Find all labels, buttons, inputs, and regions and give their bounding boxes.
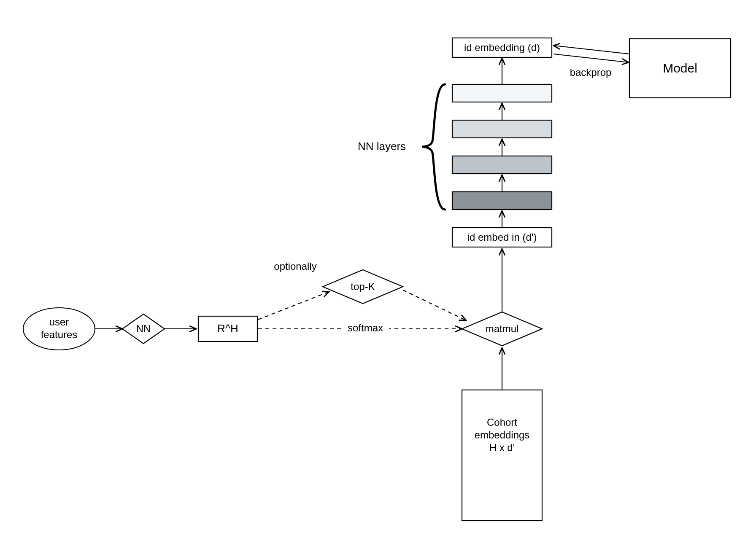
node-id-embed-in: id embed in (d') — [452, 228, 552, 247]
diagram-canvas: userfeatures NN R^H optionally top-K sof… — [0, 0, 756, 543]
edge-embedding-to-model — [554, 54, 629, 62]
rh-label: R^H — [217, 322, 238, 335]
nn-layer-3 — [452, 120, 552, 138]
topk-label: top-K — [351, 281, 375, 292]
edge-model-to-embedding — [554, 46, 629, 54]
backprop-label: backprop — [570, 67, 612, 78]
model-label: Model — [663, 61, 697, 75]
softmax-label: softmax — [348, 322, 383, 333]
edge-rh-topk — [258, 292, 329, 320]
id-embed-in-label: id embed in (d') — [467, 231, 537, 243]
nn-layer-1 — [452, 192, 552, 210]
node-user-features: userfeatures — [23, 308, 95, 350]
node-nn: NN — [122, 314, 165, 344]
node-model: Model — [629, 39, 731, 98]
edge-topk-matmul — [403, 290, 466, 320]
svg-rect-5 — [462, 390, 542, 521]
nn-label: NN — [136, 323, 151, 334]
node-cohort-embeddings: CohortembeddingsH x d' — [462, 390, 542, 521]
id-embedding-d-label: id embedding (d) — [464, 42, 540, 53]
node-id-embedding-d: id embedding (d) — [452, 38, 552, 57]
nn-layers-label: NN layers — [358, 140, 406, 153]
node-matmul: matmul — [462, 312, 542, 346]
optionally-label: optionally — [274, 261, 316, 272]
matmul-label: matmul — [486, 323, 519, 334]
nn-layer-4 — [452, 84, 552, 102]
nn-layer-2 — [452, 156, 552, 174]
node-rh: R^H — [198, 316, 257, 341]
brace-icon — [422, 84, 445, 210]
node-topk: top-K — [323, 270, 403, 304]
